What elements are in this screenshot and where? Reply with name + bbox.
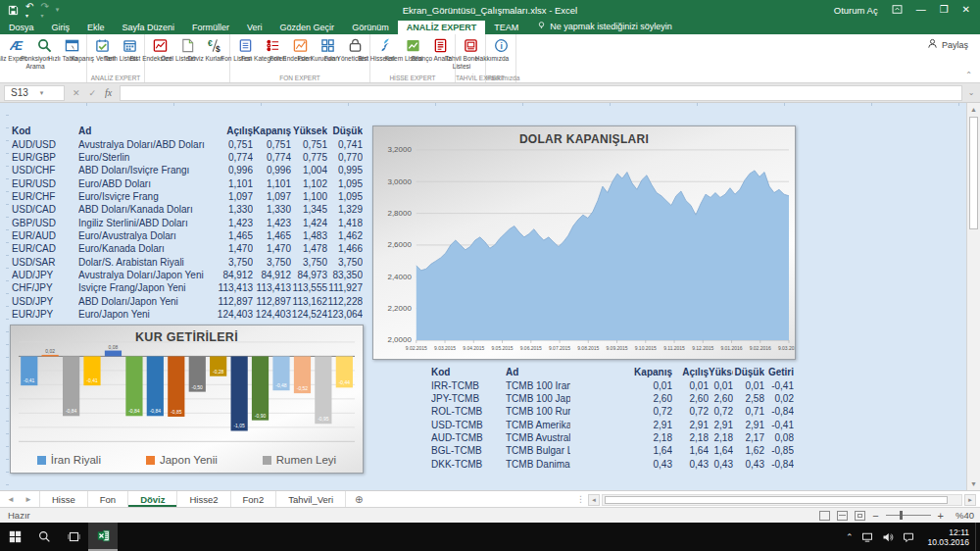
ribbon-tab-sayfa-düzeni[interactable]: Sayfa Düzeni <box>114 21 184 34</box>
header-cell[interactable]: Açılış <box>216 125 253 136</box>
ribbon-tab-dosya[interactable]: Dosya <box>0 21 43 34</box>
volume-icon[interactable] <box>882 531 894 543</box>
normal-view-icon[interactable] <box>819 511 830 521</box>
cell[interactable]: 1,423 <box>253 218 291 228</box>
zoom-level[interactable]: %40 <box>951 510 974 521</box>
cell[interactable]: 2,18 <box>672 432 709 443</box>
cell[interactable]: TCMB Avustraly <box>506 432 570 443</box>
cell[interactable]: ABD Doları/Japon Yeni <box>78 296 216 307</box>
cell[interactable]: 0,770 <box>327 152 363 163</box>
cell[interactable]: 0,02 <box>764 393 794 404</box>
name-box[interactable]: S13▾ <box>4 85 65 101</box>
cell[interactable]: 2,60 <box>672 393 709 404</box>
cell[interactable]: 84,912 <box>253 270 291 280</box>
scroll-down-icon[interactable]: ▼ <box>967 477 980 490</box>
cell[interactable]: 1,478 <box>291 243 327 254</box>
dolar-kapanislari-chart[interactable]: DOLAR KAPANIŞLARI 2,00002,20002,40002,60… <box>372 125 796 360</box>
cell[interactable]: 0,774 <box>253 152 291 163</box>
cell[interactable]: 113,413 <box>253 282 291 293</box>
cell[interactable]: 1,102 <box>291 178 327 189</box>
ribbon-display-options-icon[interactable] <box>892 4 903 17</box>
cell[interactable]: 0,996 <box>253 165 291 175</box>
cell[interactable]: 1,100 <box>291 191 327 202</box>
worksheet-area[interactable]: KodAdAçılışKapanışYüksekDüşükAUD/USDAvus… <box>0 103 980 490</box>
cell[interactable]: 1,64 <box>570 445 672 456</box>
cell[interactable]: AUD/JPY <box>12 270 78 280</box>
cell[interactable]: EUR/CHF <box>12 191 78 202</box>
cell[interactable]: 124,524 <box>291 309 327 320</box>
cell[interactable]: 1,424 <box>291 218 327 228</box>
cell[interactable]: EUR/CAD <box>12 243 78 254</box>
cell[interactable]: 1,101 <box>253 178 291 189</box>
cell[interactable]: 0,72 <box>570 406 672 417</box>
cell[interactable]: 2,91 <box>709 420 733 430</box>
cell[interactable]: EUR/JPY <box>12 309 78 320</box>
collapse-ribbon-icon[interactable]: ⌃ <box>965 71 972 79</box>
sheet-tab-hisse[interactable]: Hisse <box>39 491 88 507</box>
cell[interactable]: TCMB Amerikan <box>506 420 570 430</box>
cell[interactable]: 2,18 <box>570 432 672 443</box>
insert-function-icon[interactable]: fx <box>105 87 112 98</box>
cell[interactable]: TCMB 100 İran F <box>506 380 570 391</box>
cell[interactable]: 1,470 <box>216 243 253 254</box>
sheet-tab-tahvil_veri[interactable]: Tahvil_Veri <box>276 491 346 507</box>
close-button[interactable]: ✕ <box>962 0 970 20</box>
cell[interactable]: Euro/İsviçre Frang <box>78 191 216 202</box>
cell[interactable]: 113,413 <box>216 282 253 293</box>
kur-getirileri-chart[interactable]: KUR GETİRİLERİ -0,410,02-0,84-0,410,08-0… <box>10 325 364 474</box>
cell[interactable]: -0,41 <box>764 380 794 391</box>
save-icon[interactable] <box>8 5 19 16</box>
hidden-icons-chevron[interactable]: ⌃ <box>846 532 854 542</box>
ribbon-tab-giriş[interactable]: Giriş <box>43 21 79 34</box>
cell[interactable]: 0,751 <box>253 139 291 150</box>
cell[interactable]: 2,60 <box>709 393 733 404</box>
ribbon-tab-anali̇z-expert[interactable]: ANALİZ EXPERT <box>398 21 486 34</box>
cell[interactable]: Euro/Kanada Doları <box>78 243 216 254</box>
cell[interactable]: IRR-TCMB <box>431 380 506 391</box>
task-view-button[interactable] <box>59 523 88 551</box>
cell[interactable]: AUD/USD <box>12 139 78 150</box>
cell[interactable]: 84,973 <box>291 270 327 280</box>
cell[interactable]: 1,64 <box>672 445 709 456</box>
cell[interactable]: -0,41 <box>764 420 794 430</box>
cell[interactable]: İngiliz Sterlini/ABD Doları <box>78 218 216 228</box>
ribbon-tab-gözden-geçir[interactable]: Gözden Geçir <box>271 21 344 34</box>
customize-qat-icon[interactable]: ▾ <box>56 6 60 14</box>
cell[interactable]: USD-TCMB <box>431 420 506 430</box>
cell[interactable]: Euro/Japon Yeni <box>78 309 216 320</box>
cell[interactable]: Avustralya Doları/ABD Doları <box>78 139 216 150</box>
cell[interactable]: -0,84 <box>764 406 794 417</box>
ribbon-tab-formüller[interactable]: Formüller <box>183 21 238 34</box>
cell[interactable]: 0,08 <box>764 432 794 443</box>
header-cell[interactable]: Açılış <box>672 367 709 377</box>
cell[interactable]: 0,751 <box>291 139 327 150</box>
cell[interactable]: TCMB Danimark <box>506 459 570 470</box>
cell[interactable]: Euro/Avustralya Doları <box>78 230 216 241</box>
cell[interactable]: ABD Doları/İsviçre Frangı <box>78 165 216 175</box>
show-desktop-button[interactable] <box>975 523 980 551</box>
cell[interactable]: 1,470 <box>253 243 291 254</box>
cell[interactable]: 2,91 <box>672 420 709 430</box>
sheet-tab-fon2[interactable]: Fon2 <box>231 491 277 507</box>
vertical-scroll-thumb[interactable] <box>969 117 978 229</box>
cell[interactable]: 1,330 <box>253 204 291 215</box>
zoom-slider-knob[interactable] <box>900 511 903 520</box>
undo-icon[interactable]: ↶ ▾ <box>25 1 33 19</box>
cell[interactable]: 0,01 <box>570 380 672 391</box>
cell[interactable]: USD/CHF <box>12 165 78 175</box>
cell[interactable]: 3,750 <box>253 257 291 268</box>
cell[interactable]: EUR/GBP <box>12 152 78 163</box>
minimize-button[interactable]: — <box>916 0 926 20</box>
cell[interactable]: AUD-TCMB <box>431 432 506 443</box>
page-break-view-icon[interactable] <box>855 511 865 521</box>
cell[interactable]: GBP/USD <box>12 218 78 228</box>
taskbar-excel-button[interactable] <box>88 523 118 551</box>
cell[interactable]: 1,462 <box>327 230 363 241</box>
cell[interactable]: Dolar/S. Arabistan Riyali <box>78 257 216 268</box>
cell[interactable]: Avustralya Doları/Japon Yeni <box>78 270 216 280</box>
header-cell[interactable]: Getiri <box>764 367 794 377</box>
cell[interactable]: 0,43 <box>570 459 672 470</box>
start-button[interactable] <box>0 523 29 551</box>
cell[interactable]: 1,465 <box>253 230 291 241</box>
cell[interactable]: DKK-TCMB <box>431 459 506 470</box>
